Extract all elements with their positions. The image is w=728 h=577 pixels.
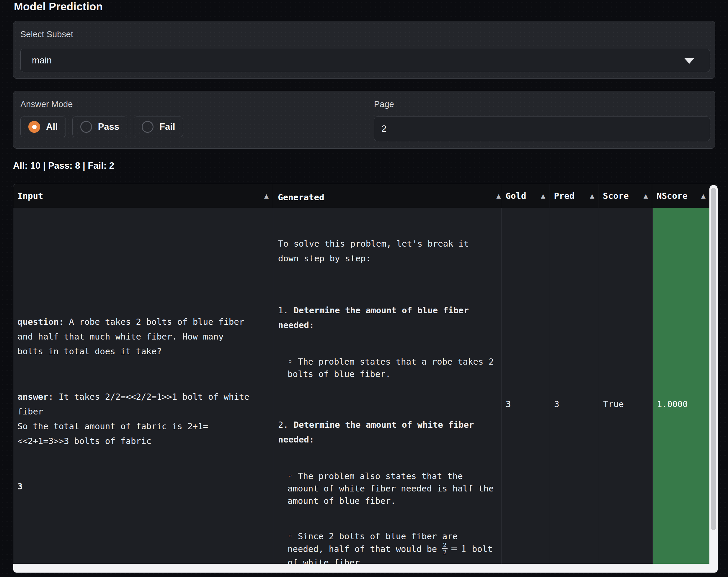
vertical-scrollbar-thumb[interactable] xyxy=(711,188,716,530)
page-title: Model Prediction xyxy=(14,1,103,13)
radio-pass[interactable]: Pass xyxy=(72,116,127,137)
sort-asc-icon: ▲ xyxy=(541,192,545,199)
question-block: question: A robe takes 2 bolts of blue f… xyxy=(18,314,250,359)
radio-fail[interactable]: Fail xyxy=(134,116,183,137)
answer-block: answer: It takes 2/2=<<2/2=1>>1 bolt of … xyxy=(18,389,250,448)
page-label: Page xyxy=(374,100,394,109)
radio-unselected-icon xyxy=(80,121,92,133)
column-header-score[interactable]: Score ▲ xyxy=(598,184,652,208)
cell-generated: To solve this problem, let's break it do… xyxy=(274,208,501,564)
predictions-table: Input ▲ Generated ▲ Gold ▲ Pred ▲ Score … xyxy=(13,184,718,573)
answer-mode-panel: Answer Mode All Pass Fail Page 2 xyxy=(13,91,715,149)
sort-asc-icon: ▲ xyxy=(496,192,501,199)
table-header-row: Input ▲ Generated ▲ Gold ▲ Pred ▲ Score … xyxy=(13,184,718,208)
column-header-pred[interactable]: Pred ▲ xyxy=(549,184,598,208)
header-label: Score xyxy=(603,191,628,201)
radio-all-label: All xyxy=(46,121,58,132)
header-label: Input xyxy=(18,191,43,201)
radio-all[interactable]: All xyxy=(20,116,66,137)
generated-bullet: ◦ The problem also states that the amoun… xyxy=(288,470,494,507)
cell-pred: 3 xyxy=(550,208,599,564)
cell-nscore: 1.0000 xyxy=(653,208,710,564)
chevron-down-icon xyxy=(684,58,694,64)
column-header-generated[interactable]: Generated ▲ xyxy=(273,184,501,208)
sort-asc-icon: ▲ xyxy=(701,192,706,199)
cell-score: True xyxy=(599,208,653,564)
subset-select[interactable]: main xyxy=(20,49,710,72)
generated-intro: To solve this problem, let's break it do… xyxy=(278,236,494,266)
cell-gold: 3 xyxy=(501,208,550,564)
radio-unselected-icon xyxy=(142,121,154,133)
radio-fail-label: Fail xyxy=(159,121,175,132)
subset-label: Select Subset xyxy=(20,29,73,39)
sort-asc-icon: ▲ xyxy=(264,192,269,199)
table-body: question: A robe takes 2 bolts of blue f… xyxy=(13,208,718,564)
generated-bullet-with-math: ◦ Since 2 bolts of blue fiber are needed… xyxy=(288,530,494,564)
subset-panel: Select Subset main xyxy=(13,21,715,79)
vertical-scrollbar[interactable] xyxy=(709,185,718,564)
header-label: Pred xyxy=(554,191,574,201)
fraction-two-over-two: 22 xyxy=(442,542,447,555)
sort-asc-icon: ▲ xyxy=(590,192,594,199)
header-label: NScore xyxy=(656,191,687,201)
subset-selected-value: main xyxy=(32,55,52,66)
cell-input: question: A robe takes 2 bolts of blue f… xyxy=(13,208,274,564)
answer-mode-radio-group: All Pass Fail xyxy=(20,116,183,137)
radio-selected-icon xyxy=(28,121,40,133)
column-header-input[interactable]: Input ▲ xyxy=(13,184,273,208)
generated-bullet: ◦ The problem states that a robe takes 2… xyxy=(288,355,494,380)
header-label: Generated xyxy=(278,192,324,202)
page-number-value: 2 xyxy=(382,123,386,134)
horizontal-scrollbar[interactable] xyxy=(13,564,718,573)
result-counts-status: All: 10 | Pass: 8 | Fail: 2 xyxy=(13,161,114,171)
table-row: question: A robe takes 2 bolts of blue f… xyxy=(13,208,718,564)
header-label: Gold xyxy=(506,191,526,201)
sort-asc-icon: ▲ xyxy=(644,192,648,199)
radio-pass-label: Pass xyxy=(98,121,119,132)
column-header-nscore[interactable]: NScore ▲ xyxy=(652,184,709,208)
generated-step-1-heading: 1. Determine the amount of blue fiber ne… xyxy=(278,303,494,332)
page-number-input[interactable]: 2 xyxy=(374,116,710,141)
final-answer: 3 xyxy=(18,479,250,494)
generated-step-2-heading: 2. Determine the amount of white fiber n… xyxy=(278,417,494,447)
answer-mode-label: Answer Mode xyxy=(20,100,73,109)
column-header-gold[interactable]: Gold ▲ xyxy=(501,184,550,208)
